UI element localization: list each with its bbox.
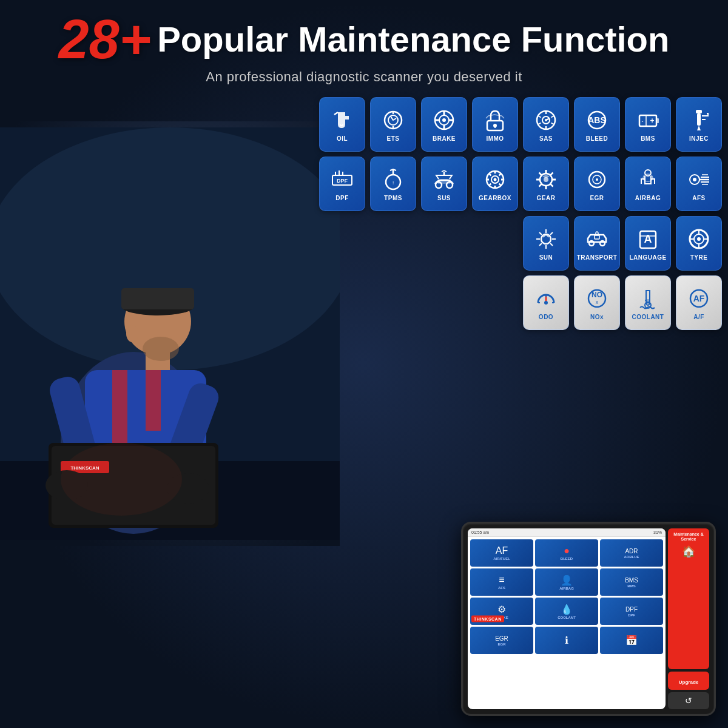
svg-point-75 bbox=[600, 241, 605, 246]
language-icon: A bbox=[635, 226, 661, 252]
feature-sas[interactable]: SAS bbox=[523, 97, 569, 152]
coolant-label: COOLANT bbox=[632, 314, 664, 320]
feature-sun[interactable]: SUN bbox=[523, 216, 569, 271]
svg-point-64 bbox=[645, 170, 651, 176]
main-title: Popular Maintenance Function bbox=[157, 20, 669, 59]
feature-sus[interactable]: SUS bbox=[421, 157, 467, 211]
bms-label-tablet: BMS bbox=[627, 584, 635, 588]
feature-language[interactable]: A LANGUAGE bbox=[625, 216, 671, 271]
tyre-label: TYRE bbox=[690, 254, 708, 261]
svg-point-67 bbox=[693, 178, 696, 181]
tablet-menu-airfuel[interactable]: AF AIR/FUEL bbox=[470, 539, 533, 567]
immo-label: IMMO bbox=[486, 135, 504, 142]
feature-ets[interactable]: ETS bbox=[370, 97, 416, 152]
feature-tyre[interactable]: TYRE bbox=[676, 216, 722, 271]
airbag-label-tablet: AIRBAG bbox=[559, 587, 574, 590]
afs-label-tablet: AFS bbox=[498, 586, 505, 590]
back-icon: ↺ bbox=[685, 696, 692, 706]
header-section: 28+ Popular Maintenance Function An prof… bbox=[12, 12, 716, 85]
svg-text:ABS: ABS bbox=[588, 115, 606, 125]
svg-rect-40 bbox=[656, 118, 659, 123]
svg-point-73 bbox=[541, 234, 551, 244]
dpf-label: DPF bbox=[335, 195, 349, 201]
brake-icon bbox=[431, 107, 457, 133]
feature-gear[interactable]: GEAR bbox=[523, 157, 569, 211]
svg-rect-45 bbox=[697, 113, 701, 126]
svg-rect-10 bbox=[146, 370, 161, 431]
svg-text:A: A bbox=[644, 233, 652, 245]
feature-transport[interactable]: TRANSPORT bbox=[574, 216, 620, 271]
svg-point-88 bbox=[544, 301, 548, 305]
upgrade-button[interactable]: Upgrade bbox=[668, 672, 709, 690]
feature-afs[interactable]: AFS bbox=[676, 157, 722, 211]
feature-immo[interactable]: IMMO bbox=[472, 97, 518, 152]
tablet-menu-bleed[interactable]: ● BLEED bbox=[535, 539, 598, 567]
ets-icon bbox=[380, 107, 406, 133]
tablet-menu-info[interactable]: ℹ bbox=[535, 627, 598, 654]
ets-label: ETS bbox=[387, 135, 400, 142]
sas-icon bbox=[533, 107, 559, 133]
odo-label: ODO bbox=[539, 314, 553, 320]
icons-grid: OIL ETS bbox=[322, 97, 722, 335]
sus-icon bbox=[431, 167, 457, 192]
device-brand-label: THINKSCAN bbox=[471, 616, 504, 622]
gearbox-icon bbox=[482, 167, 508, 192]
svg-point-63 bbox=[596, 178, 598, 181]
feature-brake[interactable]: BRAKE bbox=[421, 97, 467, 152]
injec-icon bbox=[686, 107, 712, 133]
tablet-menu-dpf[interactable]: DPF DPF bbox=[600, 598, 663, 625]
dpf-icon-tablet: DPF bbox=[625, 606, 638, 613]
home-icon[interactable]: 🏠 bbox=[670, 545, 707, 558]
feature-count: 28+ bbox=[59, 12, 152, 67]
tablet-menu-bms[interactable]: BMS BMS bbox=[600, 568, 663, 596]
feature-oil[interactable]: OIL bbox=[319, 97, 365, 152]
svg-text:DPF: DPF bbox=[337, 178, 348, 184]
tablet-menu-afs[interactable]: ≡ AFS bbox=[470, 568, 533, 596]
svg-text:NO: NO bbox=[592, 291, 602, 299]
sus-label: SUS bbox=[437, 195, 451, 201]
nox-label: NOx bbox=[590, 314, 604, 320]
feature-coolant[interactable]: COOLANT bbox=[625, 275, 671, 330]
icons-row-2: DPF DPF ! TPMS bbox=[322, 157, 722, 211]
feature-dpf[interactable]: DPF DPF bbox=[319, 157, 365, 211]
svg-rect-6 bbox=[121, 288, 194, 309]
feature-nox[interactable]: NO x NOx bbox=[574, 275, 620, 330]
dpf-label-tablet: DPF bbox=[628, 613, 635, 617]
afs-icon bbox=[686, 167, 712, 192]
tablet-menu-adblue[interactable]: ADR ADBLUE bbox=[600, 539, 663, 567]
feature-injec[interactable]: INJEC bbox=[676, 97, 722, 152]
transport-label: TRANSPORT bbox=[577, 254, 618, 261]
status-bar: 01:55 am 31% bbox=[468, 528, 666, 537]
icons-row-1: OIL ETS bbox=[322, 97, 722, 152]
tpms-icon: ! bbox=[380, 167, 406, 192]
tablet-menu-cal[interactable]: 📅 bbox=[600, 627, 663, 654]
airfuel-label: AIR/FUEL bbox=[493, 557, 510, 561]
svg-point-23 bbox=[61, 443, 182, 516]
info-icon-tablet: ℹ bbox=[565, 635, 568, 646]
egr-icon bbox=[584, 167, 610, 192]
svg-text:-: - bbox=[642, 118, 644, 124]
tablet-menu-egr[interactable]: EGR EGR bbox=[470, 627, 533, 654]
svg-point-58 bbox=[494, 178, 497, 181]
icons-row-3: SUN TRANSPORT A bbox=[322, 216, 722, 271]
svg-text:!: ! bbox=[393, 180, 394, 186]
bms-icon: - + bbox=[635, 107, 661, 133]
feature-egr[interactable]: EGR bbox=[574, 157, 620, 211]
injec-label: INJEC bbox=[689, 135, 709, 142]
feature-tpms[interactable]: ! TPMS bbox=[370, 157, 416, 211]
tablet-menu-coolant[interactable]: 💧 COOLANT bbox=[535, 598, 598, 625]
feature-bleed[interactable]: ABS BLEED bbox=[574, 97, 620, 152]
tablet-device: 01:55 am 31% AF AIR/FUEL ● BLEED ADR ADB… bbox=[461, 522, 716, 716]
battery-display: 31% bbox=[653, 530, 662, 534]
feature-gearbox[interactable]: GEARBOX bbox=[472, 157, 518, 211]
feature-bms[interactable]: - + BMS bbox=[625, 97, 671, 152]
feature-airbag[interactable]: AIRBAG bbox=[625, 157, 671, 211]
feature-odo[interactable]: ODO bbox=[523, 275, 569, 330]
back-button[interactable]: ↺ bbox=[668, 692, 709, 709]
language-label: LANGUAGE bbox=[629, 254, 666, 261]
nox-icon: NO x bbox=[584, 286, 610, 311]
svg-rect-97 bbox=[647, 299, 650, 304]
feature-af[interactable]: AF A/F bbox=[676, 275, 722, 330]
tablet-menu-airbag[interactable]: 👤 AIRBAG bbox=[535, 568, 598, 596]
adblue-icon: ADR bbox=[625, 548, 638, 554]
